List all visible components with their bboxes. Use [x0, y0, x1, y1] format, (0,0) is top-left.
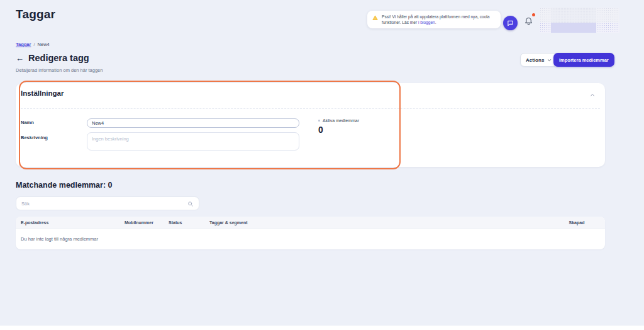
empty-state-text: Du har inte lagt till några medlemmar — [21, 236, 98, 242]
member-search — [16, 196, 199, 210]
active-members-stat: Aktiva medlemmar 0 — [318, 118, 359, 135]
col-email: E-postadress — [21, 220, 125, 225]
name-label: Namn — [21, 120, 34, 125]
page-heading: Redigera tagg — [28, 53, 89, 63]
redacted-row-top — [540, 8, 619, 23]
col-mobile: Mobilnummer — [125, 220, 169, 225]
search-input[interactable] — [16, 197, 199, 210]
redacted-block — [596, 23, 619, 33]
name-input[interactable] — [87, 118, 299, 128]
chat-bubble-icon — [507, 20, 514, 26]
redacted-account-info — [540, 8, 619, 33]
blog-link[interactable]: i bloggen — [418, 20, 435, 25]
help-chat-button[interactable] — [503, 16, 518, 30]
search-icon — [187, 201, 194, 207]
redacted-block — [540, 8, 551, 23]
breadcrumb-separator: / — [33, 42, 35, 47]
col-tags-segments: Taggar & segment — [209, 220, 548, 225]
chevron-down-icon — [547, 58, 552, 62]
redacted-row-bottom — [540, 23, 619, 33]
card-separator — [21, 108, 600, 109]
warning-mark: ! — [375, 17, 375, 20]
col-created: Skapad — [548, 220, 605, 225]
banner-text: Psst! Vi håller på att uppdatera plattfo… — [382, 14, 496, 25]
empty-state-row: Du har inte lagt till några medlemmar — [16, 229, 605, 249]
warning-icon: ! — [372, 14, 378, 22]
stat-dot-icon — [318, 120, 320, 122]
redacted-block — [551, 8, 596, 23]
import-members-button[interactable]: Importera medlemmar — [553, 53, 614, 67]
banner-text-suffix: . — [435, 20, 436, 25]
active-members-label: Aktiva medlemmar — [323, 118, 359, 123]
settings-card-title: Inställningar — [21, 89, 64, 97]
actions-button-label: Actions — [526, 57, 544, 63]
redacted-block — [596, 8, 619, 23]
breadcrumb-current: New4 — [38, 42, 50, 47]
window-bottom-edge — [0, 326, 644, 330]
collapse-section-icon[interactable] — [590, 93, 595, 98]
members-table-header: E-postadress Mobilnummer Status Taggar &… — [16, 217, 605, 229]
breadcrumb-link-taggar[interactable]: Taggar — [16, 42, 31, 47]
settings-card: Inställningar Namn Beskrivning Aktiva me… — [16, 83, 605, 167]
description-label: Beskrivning — [21, 135, 48, 140]
notifications-button[interactable] — [524, 16, 534, 27]
active-members-value: 0 — [318, 125, 359, 135]
redacted-block — [551, 23, 596, 33]
back-arrow-icon[interactable]: ← — [16, 54, 24, 63]
notification-dot — [532, 13, 535, 16]
breadcrumb: Taggar / New4 — [16, 42, 50, 47]
page-subheading: Detaljerad information om den här taggen — [16, 67, 103, 73]
description-input[interactable] — [87, 132, 299, 151]
col-status: Status — [169, 220, 209, 225]
members-table: E-postadress Mobilnummer Status Taggar &… — [16, 217, 605, 249]
redacted-block — [540, 23, 551, 33]
update-banner: ! Psst! Vi håller på att uppdatera platt… — [367, 11, 501, 28]
page-title: Taggar — [16, 8, 55, 21]
actions-button[interactable]: Actions — [520, 53, 557, 67]
bell-icon — [524, 16, 533, 26]
matching-members-heading: Matchande medlemmar: 0 — [16, 181, 113, 190]
